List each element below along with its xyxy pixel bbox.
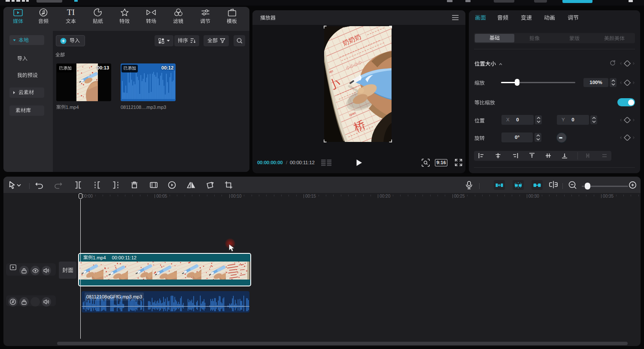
svg-text:TI: TI — [67, 9, 75, 16]
